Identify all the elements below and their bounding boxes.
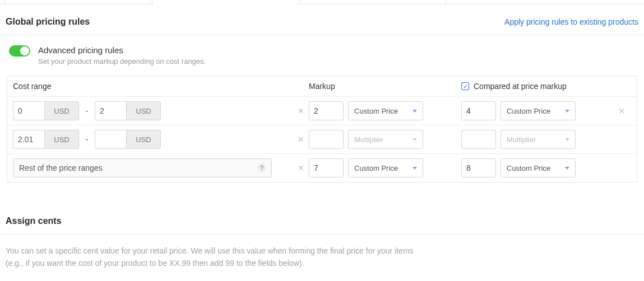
chevron-down-icon xyxy=(565,110,569,113)
markup-type-label: Custom Price xyxy=(354,164,398,172)
rest-ranges-label: Rest of the price ranges xyxy=(19,163,103,172)
clear-range-icon[interactable]: ✕ xyxy=(293,106,309,115)
advanced-toggle[interactable] xyxy=(9,45,30,57)
global-pricing-header: Global pricing rules Apply pricing rules… xyxy=(0,4,644,35)
header-compared: ✓ Compared at price markup xyxy=(461,82,629,91)
compared-checkbox[interactable]: ✓ xyxy=(461,82,469,90)
advanced-toggle-block: Advanced pricing rules Set your product … xyxy=(0,35,644,76)
assign-cents-section: Assign cents You can set a specific cent… xyxy=(0,182,644,270)
rule-row: USD - USD ✕ Custom Price xyxy=(7,96,637,125)
assign-cents-line1: You can set a specific cent value for yo… xyxy=(6,245,638,257)
assign-cents-title: Assign cents xyxy=(0,216,644,234)
toggle-knob xyxy=(20,46,29,55)
chevron-down-icon xyxy=(565,167,569,170)
cost-from-input[interactable] xyxy=(13,101,44,120)
markup-value-input[interactable] xyxy=(309,101,344,120)
global-pricing-title: Global pricing rules xyxy=(6,17,90,27)
markup-type-label: Multiplier xyxy=(354,135,383,144)
apply-rules-link[interactable]: Apply pricing rules to existing products xyxy=(504,17,638,26)
advanced-toggle-subtitle: Set your product markup depending on cos… xyxy=(38,57,206,65)
assign-cents-description: You can set a specific cent value for yo… xyxy=(0,235,644,270)
check-icon: ✓ xyxy=(463,83,468,90)
clear-range-icon[interactable]: ✕ xyxy=(293,163,309,172)
clear-range-icon[interactable]: ✕ xyxy=(293,135,309,144)
cost-to-input[interactable] xyxy=(95,130,126,149)
tab-3[interactable] xyxy=(300,0,446,4)
currency-label: USD xyxy=(126,101,161,120)
chevron-down-icon xyxy=(413,110,417,113)
compared-type-label: Multiplier xyxy=(507,135,536,144)
cost-from-input[interactable] xyxy=(13,130,44,149)
range-dash: - xyxy=(79,106,95,115)
table-header-row: Cost range Markup ✓ Compared at price ma… xyxy=(7,76,637,96)
compared-type-select[interactable]: Multiplier xyxy=(501,130,576,149)
top-tabs xyxy=(0,0,644,4)
header-markup: Markup xyxy=(309,82,461,91)
compared-type-select[interactable]: Custom Price xyxy=(501,101,576,120)
markup-type-label: Custom Price xyxy=(354,107,398,115)
currency-label: USD xyxy=(44,130,79,149)
chevron-down-icon xyxy=(565,138,569,141)
rest-ranges-box: Rest of the price ranges ? xyxy=(13,158,272,177)
cost-to-input[interactable] xyxy=(95,101,126,120)
tab-2-active[interactable] xyxy=(152,1,298,5)
markup-value-input[interactable] xyxy=(309,130,344,149)
range-dash: - xyxy=(79,135,95,144)
markup-type-select[interactable]: Custom Price xyxy=(348,101,423,120)
header-compared-label: Compared at price markup xyxy=(474,82,567,91)
compared-type-select[interactable]: Custom Price xyxy=(501,158,576,177)
assign-cents-line2: (e.g., if you want the cost of your prod… xyxy=(6,257,638,269)
delete-row-icon[interactable]: × xyxy=(614,105,629,118)
markup-type-select[interactable]: Multiplier xyxy=(348,130,423,149)
advanced-toggle-label: Advanced pricing rules xyxy=(38,45,206,55)
compared-type-label: Custom Price xyxy=(507,107,550,115)
markup-value-input[interactable] xyxy=(309,158,344,177)
pricing-rules-table: Cost range Markup ✓ Compared at price ma… xyxy=(7,76,637,182)
markup-type-select[interactable]: Custom Price xyxy=(348,158,423,177)
tab-1[interactable] xyxy=(4,0,150,4)
header-cost-range: Cost range xyxy=(13,82,309,91)
rule-row: USD - USD ✕ Multiplier xyxy=(7,125,637,153)
rest-price-ranges-row: Rest of the price ranges ? ✕ Custom Pric… xyxy=(7,153,637,182)
compared-value-input[interactable] xyxy=(461,101,496,120)
currency-label: USD xyxy=(44,101,79,120)
currency-label: USD xyxy=(126,130,161,149)
help-icon[interactable]: ? xyxy=(258,164,266,172)
chevron-down-icon xyxy=(413,138,417,141)
chevron-down-icon xyxy=(413,167,417,170)
compared-value-input[interactable] xyxy=(461,130,496,149)
compared-value-input[interactable] xyxy=(461,158,496,177)
compared-type-label: Custom Price xyxy=(507,164,550,172)
